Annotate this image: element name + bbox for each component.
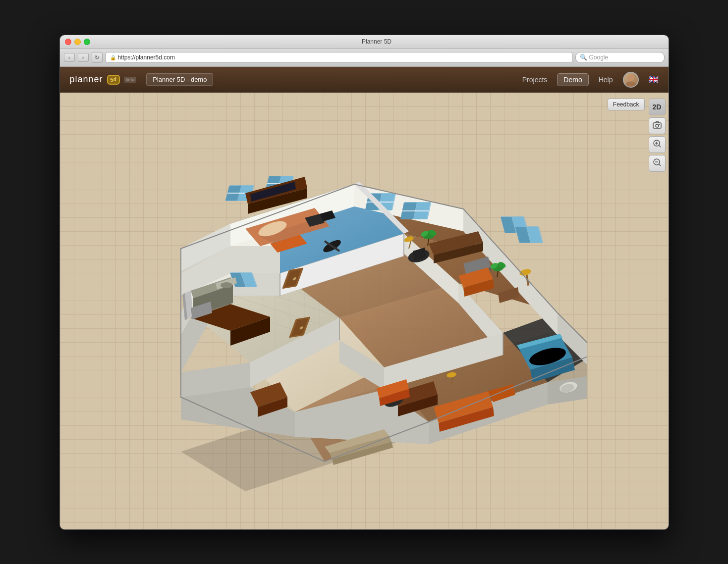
nav-help[interactable]: Help bbox=[599, 76, 613, 84]
title-bar: Planner 5D bbox=[60, 35, 669, 49]
traffic-lights bbox=[65, 39, 90, 45]
svg-line-6 bbox=[659, 146, 661, 148]
zoom-out-icon bbox=[653, 158, 662, 168]
floorplan-svg[interactable] bbox=[141, 145, 587, 491]
zoom-in-button[interactable] bbox=[649, 136, 666, 153]
logo-text: planner bbox=[70, 74, 103, 85]
logo-area: planner 5d beta bbox=[70, 74, 137, 85]
language-flag[interactable]: 🇬🇧 bbox=[649, 75, 659, 84]
search-bar[interactable]: 🔍 Google bbox=[575, 52, 665, 63]
browser-chrome: ‹ › ↻ 🔒 https://planner5d.com 🔍 Google bbox=[60, 49, 669, 67]
user-avatar[interactable] bbox=[623, 72, 639, 88]
beta-tag: beta bbox=[124, 77, 137, 83]
svg-line-10 bbox=[659, 164, 661, 166]
search-icon: 🔍 bbox=[580, 54, 587, 61]
window-title: Planner 5D bbox=[90, 38, 664, 45]
camera-icon bbox=[653, 121, 662, 130]
close-button[interactable] bbox=[65, 39, 71, 45]
nav-projects[interactable]: Projects bbox=[522, 76, 548, 84]
feedback-button[interactable]: Feedback bbox=[608, 99, 645, 110]
screenshot-button[interactable] bbox=[649, 117, 666, 134]
minimize-button[interactable] bbox=[74, 39, 81, 45]
floorplan-container bbox=[141, 145, 587, 491]
svg-point-0 bbox=[627, 75, 633, 81]
zoom-in-icon bbox=[653, 139, 662, 150]
forward-button[interactable]: › bbox=[78, 53, 89, 62]
canvas-area: Feedback 2D bbox=[60, 93, 669, 529]
right-toolbar: 2D bbox=[649, 99, 666, 172]
2d-view-button[interactable]: 2D bbox=[649, 99, 666, 115]
back-button[interactable]: ‹ bbox=[64, 53, 75, 62]
svg-point-3 bbox=[656, 124, 659, 127]
zoom-out-button[interactable] bbox=[649, 155, 666, 172]
svg-point-4 bbox=[659, 124, 660, 125]
maximize-button[interactable] bbox=[84, 39, 90, 45]
lock-icon: 🔒 bbox=[110, 55, 116, 60]
mac-window: Planner 5D ‹ › ↻ 🔒 https://planner5d.com… bbox=[59, 35, 669, 530]
address-bar[interactable]: 🔒 https://planner5d.com bbox=[106, 52, 572, 63]
app-header: planner 5d beta Planner 5D - demo Projec… bbox=[60, 67, 669, 93]
logo-badge: 5d bbox=[107, 75, 120, 85]
refresh-button[interactable]: ↻ bbox=[92, 52, 103, 63]
header-nav: Projects Demo Help 🇬🇧 bbox=[522, 72, 659, 88]
svg-point-1 bbox=[625, 81, 636, 88]
logo-letter: d bbox=[113, 77, 116, 82]
svg-point-121 bbox=[221, 282, 232, 288]
nav-demo[interactable]: Demo bbox=[557, 73, 588, 86]
project-name[interactable]: Planner 5D - demo bbox=[146, 73, 213, 86]
